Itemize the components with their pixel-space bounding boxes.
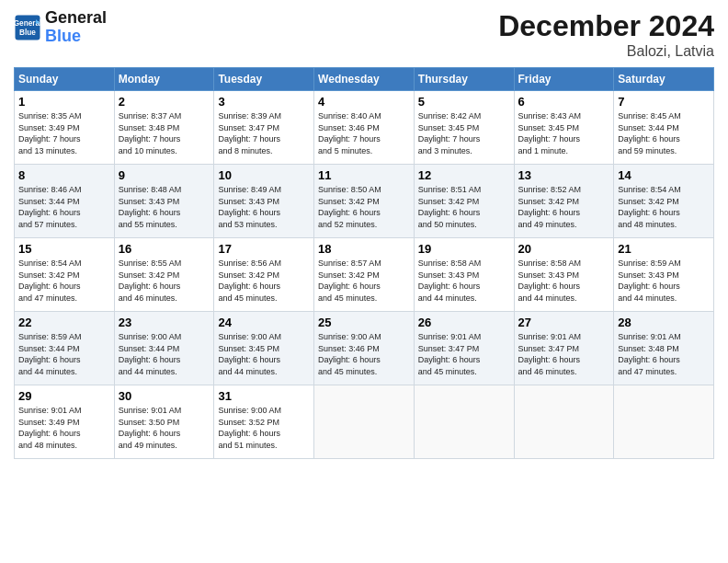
page: General Blue General Blue December 2024 … — [0, 0, 728, 563]
day-number: 23 — [119, 316, 210, 329]
day-number: 9 — [119, 168, 210, 182]
day-info: Sunrise: 8:55 AMSunset: 3:42 PMDaylight:… — [119, 258, 210, 304]
day-header-monday: Monday — [114, 68, 214, 91]
week-row-5: 29Sunrise: 9:01 AMSunset: 3:49 PMDayligh… — [15, 385, 714, 459]
day-info: Sunrise: 8:54 AMSunset: 3:42 PMDaylight:… — [618, 184, 710, 230]
logo: General Blue General Blue — [14, 9, 107, 46]
day-number: 12 — [418, 168, 510, 182]
day-info: Sunrise: 8:52 AMSunset: 3:42 PMDaylight:… — [518, 184, 610, 230]
calendar-cell — [314, 385, 415, 459]
day-info: Sunrise: 8:57 AMSunset: 3:42 PMDaylight:… — [318, 258, 410, 304]
day-number: 31 — [218, 389, 310, 403]
day-number: 14 — [618, 168, 710, 182]
day-number: 30 — [119, 389, 210, 403]
calendar-cell: 16Sunrise: 8:55 AMSunset: 3:42 PMDayligh… — [114, 238, 214, 312]
day-header-sunday: Sunday — [15, 68, 115, 91]
calendar-table: SundayMondayTuesdayWednesdayThursdayFrid… — [14, 67, 714, 459]
calendar-cell: 15Sunrise: 8:54 AMSunset: 3:42 PMDayligh… — [15, 238, 115, 312]
calendar-cell — [514, 385, 614, 459]
calendar-cell: 12Sunrise: 8:51 AMSunset: 3:42 PMDayligh… — [414, 165, 514, 238]
calendar-cell: 10Sunrise: 8:49 AMSunset: 3:43 PMDayligh… — [214, 165, 314, 238]
week-row-2: 8Sunrise: 8:46 AMSunset: 3:44 PMDaylight… — [15, 165, 714, 238]
calendar-cell — [614, 385, 714, 459]
day-header-wednesday: Wednesday — [314, 68, 415, 91]
calendar-cell: 18Sunrise: 8:57 AMSunset: 3:42 PMDayligh… — [314, 238, 415, 312]
day-info: Sunrise: 8:45 AMSunset: 3:44 PMDaylight:… — [618, 110, 710, 156]
day-number: 15 — [18, 242, 110, 256]
day-info: Sunrise: 9:01 AMSunset: 3:47 PMDaylight:… — [518, 331, 610, 377]
calendar-cell: 1Sunrise: 8:35 AMSunset: 3:49 PMDaylight… — [15, 91, 115, 165]
day-info: Sunrise: 9:00 AMSunset: 3:46 PMDaylight:… — [318, 331, 410, 377]
day-info: Sunrise: 9:00 AMSunset: 3:45 PMDaylight:… — [218, 331, 310, 377]
day-info: Sunrise: 9:00 AMSunset: 3:52 PMDaylight:… — [218, 405, 310, 451]
week-row-4: 22Sunrise: 8:59 AMSunset: 3:44 PMDayligh… — [15, 312, 714, 385]
day-info: Sunrise: 9:01 AMSunset: 3:47 PMDaylight:… — [418, 331, 510, 377]
day-number: 29 — [18, 389, 110, 403]
day-header-thursday: Thursday — [414, 68, 514, 91]
calendar-cell: 9Sunrise: 8:48 AMSunset: 3:43 PMDaylight… — [114, 165, 214, 238]
day-number: 25 — [318, 316, 410, 329]
day-number: 26 — [418, 316, 510, 329]
day-number: 16 — [119, 242, 210, 256]
calendar-cell: 25Sunrise: 9:00 AMSunset: 3:46 PMDayligh… — [314, 312, 415, 385]
day-number: 17 — [218, 242, 310, 256]
calendar-cell: 11Sunrise: 8:50 AMSunset: 3:42 PMDayligh… — [314, 165, 415, 238]
calendar-cell: 3Sunrise: 8:39 AMSunset: 3:47 PMDaylight… — [214, 91, 314, 165]
day-number: 20 — [518, 242, 610, 256]
logo-icon: General Blue — [14, 14, 41, 41]
day-info: Sunrise: 9:00 AMSunset: 3:44 PMDaylight:… — [119, 331, 210, 377]
calendar-cell: 13Sunrise: 8:52 AMSunset: 3:42 PMDayligh… — [514, 165, 614, 238]
calendar-cell: 23Sunrise: 9:00 AMSunset: 3:44 PMDayligh… — [114, 312, 214, 385]
calendar-cell: 28Sunrise: 9:01 AMSunset: 3:48 PMDayligh… — [614, 312, 714, 385]
day-info: Sunrise: 8:49 AMSunset: 3:43 PMDaylight:… — [218, 184, 310, 230]
day-info: Sunrise: 8:46 AMSunset: 3:44 PMDaylight:… — [18, 184, 110, 230]
calendar-cell: 21Sunrise: 8:59 AMSunset: 3:43 PMDayligh… — [614, 238, 714, 312]
day-info: Sunrise: 8:54 AMSunset: 3:42 PMDaylight:… — [18, 258, 110, 304]
day-info: Sunrise: 8:42 AMSunset: 3:45 PMDaylight:… — [418, 110, 510, 156]
day-info: Sunrise: 8:51 AMSunset: 3:42 PMDaylight:… — [418, 184, 510, 230]
day-number: 13 — [518, 168, 610, 182]
calendar-cell: 5Sunrise: 8:42 AMSunset: 3:45 PMDaylight… — [414, 91, 514, 165]
calendar-cell: 24Sunrise: 9:00 AMSunset: 3:45 PMDayligh… — [214, 312, 314, 385]
day-number: 2 — [119, 95, 210, 109]
logo-text: General Blue — [45, 9, 107, 46]
calendar-cell — [414, 385, 514, 459]
day-number: 18 — [318, 242, 410, 256]
day-number: 11 — [318, 168, 410, 182]
main-title: December 2024 — [498, 9, 714, 43]
day-number: 27 — [518, 316, 610, 329]
day-number: 5 — [418, 95, 510, 109]
day-header-friday: Friday — [514, 68, 614, 91]
calendar-cell: 7Sunrise: 8:45 AMSunset: 3:44 PMDaylight… — [614, 91, 714, 165]
title-block: December 2024 Balozi, Latvia — [498, 9, 714, 60]
day-number: 10 — [218, 168, 310, 182]
day-number: 7 — [618, 95, 710, 109]
day-info: Sunrise: 8:58 AMSunset: 3:43 PMDaylight:… — [418, 258, 510, 304]
header-row: SundayMondayTuesdayWednesdayThursdayFrid… — [15, 68, 714, 91]
calendar-cell: 27Sunrise: 9:01 AMSunset: 3:47 PMDayligh… — [514, 312, 614, 385]
day-info: Sunrise: 9:01 AMSunset: 3:48 PMDaylight:… — [618, 331, 710, 377]
calendar-cell: 17Sunrise: 8:56 AMSunset: 3:42 PMDayligh… — [214, 238, 314, 312]
day-info: Sunrise: 8:59 AMSunset: 3:43 PMDaylight:… — [618, 258, 710, 304]
calendar-cell: 26Sunrise: 9:01 AMSunset: 3:47 PMDayligh… — [414, 312, 514, 385]
day-info: Sunrise: 8:59 AMSunset: 3:44 PMDaylight:… — [18, 331, 110, 377]
header: General Blue General Blue December 2024 … — [14, 9, 714, 60]
day-number: 24 — [218, 316, 310, 329]
day-header-saturday: Saturday — [614, 68, 714, 91]
calendar-cell: 2Sunrise: 8:37 AMSunset: 3:48 PMDaylight… — [114, 91, 214, 165]
day-number: 3 — [218, 95, 310, 109]
calendar-cell: 8Sunrise: 8:46 AMSunset: 3:44 PMDaylight… — [15, 165, 115, 238]
calendar-cell: 6Sunrise: 8:43 AMSunset: 3:45 PMDaylight… — [514, 91, 614, 165]
day-number: 1 — [18, 95, 110, 109]
subtitle: Balozi, Latvia — [498, 43, 714, 60]
week-row-1: 1Sunrise: 8:35 AMSunset: 3:49 PMDaylight… — [15, 91, 714, 165]
day-info: Sunrise: 8:40 AMSunset: 3:46 PMDaylight:… — [318, 110, 410, 156]
calendar-cell: 4Sunrise: 8:40 AMSunset: 3:46 PMDaylight… — [314, 91, 415, 165]
calendar-cell: 19Sunrise: 8:58 AMSunset: 3:43 PMDayligh… — [414, 238, 514, 312]
calendar-cell: 14Sunrise: 8:54 AMSunset: 3:42 PMDayligh… — [614, 165, 714, 238]
calendar-cell: 20Sunrise: 8:58 AMSunset: 3:43 PMDayligh… — [514, 238, 614, 312]
day-info: Sunrise: 8:35 AMSunset: 3:49 PMDaylight:… — [18, 110, 110, 156]
calendar-cell: 22Sunrise: 8:59 AMSunset: 3:44 PMDayligh… — [15, 312, 115, 385]
day-number: 6 — [518, 95, 610, 109]
day-info: Sunrise: 8:58 AMSunset: 3:43 PMDaylight:… — [518, 258, 610, 304]
